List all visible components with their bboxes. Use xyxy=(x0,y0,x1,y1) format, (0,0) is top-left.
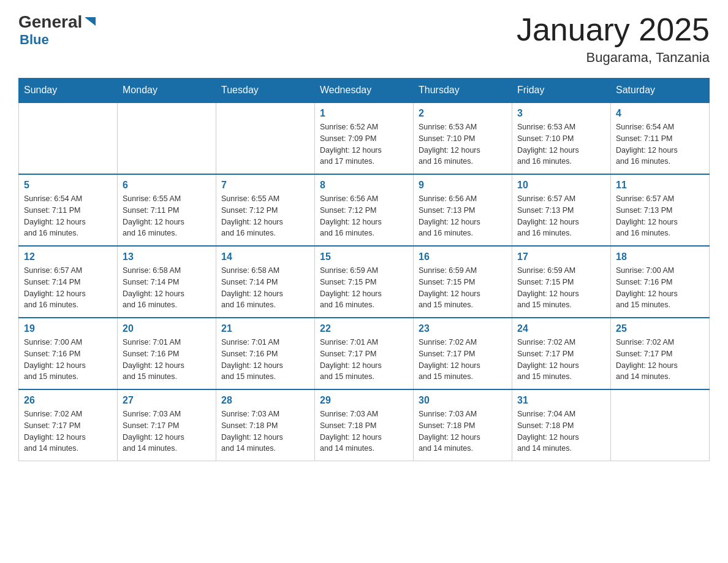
day-info: Sunrise: 7:01 AMSunset: 7:16 PMDaylight:… xyxy=(123,337,211,383)
day-number: 10 xyxy=(517,180,605,191)
calendar-cell: 7Sunrise: 6:55 AMSunset: 7:12 PMDaylight… xyxy=(216,174,315,246)
day-info: Sunrise: 7:02 AMSunset: 7:17 PMDaylight:… xyxy=(24,408,112,454)
calendar-cell: 26Sunrise: 7:02 AMSunset: 7:17 PMDayligh… xyxy=(19,389,118,461)
day-number: 20 xyxy=(123,323,211,334)
day-number: 4 xyxy=(616,108,704,119)
calendar-cell: 27Sunrise: 7:03 AMSunset: 7:17 PMDayligh… xyxy=(118,389,216,461)
day-info: Sunrise: 6:55 AMSunset: 7:11 PMDaylight:… xyxy=(123,193,211,239)
calendar-cell: 22Sunrise: 7:01 AMSunset: 7:17 PMDayligh… xyxy=(315,318,414,389)
day-number: 8 xyxy=(320,180,408,191)
day-number: 11 xyxy=(616,180,704,191)
logo-blue: Blue xyxy=(20,32,49,47)
day-info: Sunrise: 6:59 AMSunset: 7:15 PMDaylight:… xyxy=(517,265,605,311)
week-row-4: 19Sunrise: 7:00 AMSunset: 7:16 PMDayligh… xyxy=(19,318,710,389)
day-number: 19 xyxy=(24,323,112,334)
calendar-cell: 31Sunrise: 7:04 AMSunset: 7:18 PMDayligh… xyxy=(512,389,611,461)
day-info: Sunrise: 7:03 AMSunset: 7:18 PMDaylight:… xyxy=(419,408,507,454)
day-info: Sunrise: 6:58 AMSunset: 7:14 PMDaylight:… xyxy=(123,265,211,311)
day-number: 25 xyxy=(616,323,704,334)
day-header-sunday: Sunday xyxy=(19,79,118,103)
day-info: Sunrise: 7:03 AMSunset: 7:18 PMDaylight:… xyxy=(320,408,408,454)
day-number: 15 xyxy=(320,251,408,262)
day-info: Sunrise: 6:54 AMSunset: 7:11 PMDaylight:… xyxy=(24,193,112,239)
day-number: 30 xyxy=(419,395,507,406)
day-number: 1 xyxy=(320,108,408,119)
calendar-cell xyxy=(216,102,315,174)
calendar-cell: 16Sunrise: 6:59 AMSunset: 7:15 PMDayligh… xyxy=(414,246,512,318)
logo-triangle-icon xyxy=(83,15,97,28)
day-number: 12 xyxy=(24,251,112,262)
day-number: 27 xyxy=(123,395,211,406)
calendar-header: SundayMondayTuesdayWednesdayThursdayFrid… xyxy=(19,79,710,103)
day-number: 29 xyxy=(320,395,408,406)
calendar-subtitle: Bugarama, Tanzania xyxy=(517,50,710,66)
calendar-table: SundayMondayTuesdayWednesdayThursdayFrid… xyxy=(18,78,710,461)
week-row-1: 1Sunrise: 6:52 AMSunset: 7:09 PMDaylight… xyxy=(19,102,710,174)
day-number: 31 xyxy=(517,395,605,406)
days-of-week-row: SundayMondayTuesdayWednesdayThursdayFrid… xyxy=(19,79,710,103)
calendar-cell: 17Sunrise: 6:59 AMSunset: 7:15 PMDayligh… xyxy=(512,246,611,318)
day-info: Sunrise: 6:59 AMSunset: 7:15 PMDaylight:… xyxy=(320,265,408,311)
day-info: Sunrise: 7:02 AMSunset: 7:17 PMDaylight:… xyxy=(616,337,704,383)
calendar-title: January 2025 xyxy=(517,12,710,47)
calendar-cell: 5Sunrise: 6:54 AMSunset: 7:11 PMDaylight… xyxy=(19,174,118,246)
calendar-cell: 10Sunrise: 6:57 AMSunset: 7:13 PMDayligh… xyxy=(512,174,611,246)
calendar-cell: 15Sunrise: 6:59 AMSunset: 7:15 PMDayligh… xyxy=(315,246,414,318)
calendar-cell: 14Sunrise: 6:58 AMSunset: 7:14 PMDayligh… xyxy=(216,246,315,318)
day-number: 14 xyxy=(221,251,309,262)
day-number: 7 xyxy=(221,180,309,191)
calendar-cell: 25Sunrise: 7:02 AMSunset: 7:17 PMDayligh… xyxy=(611,318,710,389)
calendar-cell: 29Sunrise: 7:03 AMSunset: 7:18 PMDayligh… xyxy=(315,389,414,461)
day-info: Sunrise: 6:56 AMSunset: 7:12 PMDaylight:… xyxy=(320,193,408,239)
week-row-2: 5Sunrise: 6:54 AMSunset: 7:11 PMDaylight… xyxy=(19,174,710,246)
calendar-cell: 30Sunrise: 7:03 AMSunset: 7:18 PMDayligh… xyxy=(414,389,512,461)
day-info: Sunrise: 6:54 AMSunset: 7:11 PMDaylight:… xyxy=(616,121,704,167)
calendar-cell: 6Sunrise: 6:55 AMSunset: 7:11 PMDaylight… xyxy=(118,174,216,246)
day-info: Sunrise: 7:03 AMSunset: 7:17 PMDaylight:… xyxy=(123,408,211,454)
week-row-5: 26Sunrise: 7:02 AMSunset: 7:17 PMDayligh… xyxy=(19,389,710,461)
calendar-cell: 23Sunrise: 7:02 AMSunset: 7:17 PMDayligh… xyxy=(414,318,512,389)
day-number: 26 xyxy=(24,395,112,406)
day-number: 6 xyxy=(123,180,211,191)
day-info: Sunrise: 7:02 AMSunset: 7:17 PMDaylight:… xyxy=(419,337,507,383)
day-number: 18 xyxy=(616,251,704,262)
calendar-cell: 9Sunrise: 6:56 AMSunset: 7:13 PMDaylight… xyxy=(414,174,512,246)
day-header-friday: Friday xyxy=(512,79,611,103)
day-info: Sunrise: 6:56 AMSunset: 7:13 PMDaylight:… xyxy=(419,193,507,239)
day-number: 2 xyxy=(419,108,507,119)
day-number: 23 xyxy=(419,323,507,334)
day-number: 16 xyxy=(419,251,507,262)
day-info: Sunrise: 7:00 AMSunset: 7:16 PMDaylight:… xyxy=(24,337,112,383)
logo-general: General xyxy=(18,12,82,32)
calendar-cell: 21Sunrise: 7:01 AMSunset: 7:16 PMDayligh… xyxy=(216,318,315,389)
day-info: Sunrise: 6:52 AMSunset: 7:09 PMDaylight:… xyxy=(320,121,408,167)
day-info: Sunrise: 6:58 AMSunset: 7:14 PMDaylight:… xyxy=(221,265,309,311)
week-row-3: 12Sunrise: 6:57 AMSunset: 7:14 PMDayligh… xyxy=(19,246,710,318)
calendar-body: 1Sunrise: 6:52 AMSunset: 7:09 PMDaylight… xyxy=(19,102,710,461)
calendar-cell: 8Sunrise: 6:56 AMSunset: 7:12 PMDaylight… xyxy=(315,174,414,246)
logo: General Blue xyxy=(18,12,97,48)
calendar-cell: 3Sunrise: 6:53 AMSunset: 7:10 PMDaylight… xyxy=(512,102,611,174)
calendar-cell: 11Sunrise: 6:57 AMSunset: 7:13 PMDayligh… xyxy=(611,174,710,246)
day-header-monday: Monday xyxy=(118,79,216,103)
day-number: 28 xyxy=(221,395,309,406)
page-header: General Blue January 2025 Bugarama, Tanz… xyxy=(18,12,710,66)
day-number: 5 xyxy=(24,180,112,191)
day-number: 13 xyxy=(123,251,211,262)
calendar-cell: 24Sunrise: 7:02 AMSunset: 7:17 PMDayligh… xyxy=(512,318,611,389)
day-header-thursday: Thursday xyxy=(414,79,512,103)
calendar-cell: 4Sunrise: 6:54 AMSunset: 7:11 PMDaylight… xyxy=(611,102,710,174)
calendar-cell: 18Sunrise: 7:00 AMSunset: 7:16 PMDayligh… xyxy=(611,246,710,318)
calendar-cell: 12Sunrise: 6:57 AMSunset: 7:14 PMDayligh… xyxy=(19,246,118,318)
calendar-cell: 13Sunrise: 6:58 AMSunset: 7:14 PMDayligh… xyxy=(118,246,216,318)
day-info: Sunrise: 6:57 AMSunset: 7:13 PMDaylight:… xyxy=(517,193,605,239)
day-info: Sunrise: 6:53 AMSunset: 7:10 PMDaylight:… xyxy=(419,121,507,167)
title-block: January 2025 Bugarama, Tanzania xyxy=(517,12,710,66)
day-info: Sunrise: 7:04 AMSunset: 7:18 PMDaylight:… xyxy=(517,408,605,454)
calendar-cell: 19Sunrise: 7:00 AMSunset: 7:16 PMDayligh… xyxy=(19,318,118,389)
day-info: Sunrise: 7:03 AMSunset: 7:18 PMDaylight:… xyxy=(221,408,309,454)
svg-marker-0 xyxy=(85,17,96,26)
calendar-cell xyxy=(118,102,216,174)
day-info: Sunrise: 6:57 AMSunset: 7:13 PMDaylight:… xyxy=(616,193,704,239)
day-number: 9 xyxy=(419,180,507,191)
